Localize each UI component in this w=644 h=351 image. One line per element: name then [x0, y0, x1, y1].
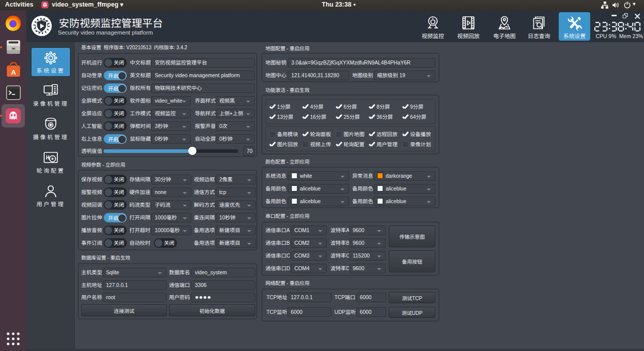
- svg-text:A: A: [11, 69, 16, 76]
